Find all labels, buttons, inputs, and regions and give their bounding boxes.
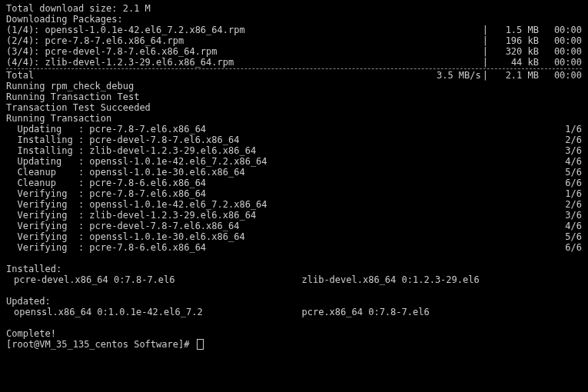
download-size: 44 kB bbox=[490, 57, 539, 68]
total-download-size: Total download size: 2.1 M bbox=[6, 3, 582, 14]
total-rate: 3.5 MB/s bbox=[420, 70, 481, 81]
transaction-row: Verifying : openssl-1.0.1e-30.el6.x86_64… bbox=[6, 231, 582, 242]
download-size: 320 kB bbox=[490, 46, 539, 57]
complete-msg: Complete! bbox=[6, 328, 582, 339]
transaction-index: 3/6 bbox=[556, 145, 582, 156]
transaction-index: 1/6 bbox=[556, 124, 582, 135]
transaction-row: Cleanup : openssl-1.0.1e-30.el6.x86_645/… bbox=[6, 167, 582, 178]
downloading-packages-header: Downloading Packages: bbox=[6, 14, 582, 25]
transaction-index: 2/6 bbox=[556, 135, 582, 145]
separator-line bbox=[6, 68, 582, 69]
installed-item: pcre-devel.x86_64 0:7.8-7.el6 bbox=[6, 274, 294, 285]
shell-prompt: [root@VM_35_135_centos Software]# bbox=[6, 339, 195, 350]
transaction-row: Cleanup : pcre-7.8-6.el6.x86_646/6 bbox=[6, 178, 582, 188]
transaction-action: Verifying : pcre-7.8-6.el6.x86_64 bbox=[6, 242, 206, 253]
total-row: Total 3.5 MB/s | 2.1 MB 00:00 bbox=[6, 70, 582, 81]
download-name: (3/4): pcre-devel-7.8-7.el6.x86_64.rpm bbox=[6, 46, 218, 57]
installed-item: zlib-devel.x86_64 0:1.2.3-29.el6 bbox=[294, 274, 583, 285]
transaction-action: Cleanup : openssl-1.0.1e-30.el6.x86_64 bbox=[6, 167, 245, 178]
download-row: (2/4): pcre-7.8-7.el6.x86_64.rpm|196 kB0… bbox=[6, 35, 582, 46]
total-size: 2.1 MB bbox=[490, 70, 539, 81]
updated-list: openssl.x86_64 0:1.0.1e-42.el6_7.2 pcre.… bbox=[6, 307, 582, 317]
progress-msg: Running rpm_check_debug bbox=[6, 81, 582, 91]
transaction-action: Installing : zlib-devel-1.2.3-29.el6.x86… bbox=[6, 145, 256, 156]
transaction-row: Installing : zlib-devel-1.2.3-29.el6.x86… bbox=[6, 145, 582, 156]
download-time: 00:00 bbox=[539, 25, 582, 35]
transaction-index: 6/6 bbox=[556, 178, 582, 188]
transaction-row: Verifying : pcre-7.8-7.el6.x86_641/6 bbox=[6, 188, 582, 199]
transaction-action: Verifying : openssl-1.0.1e-30.el6.x86_64 bbox=[6, 231, 245, 242]
transaction-row: Updating : pcre-7.8-7.el6.x86_641/6 bbox=[6, 124, 582, 135]
transaction-index: 2/6 bbox=[556, 199, 582, 210]
transaction-index: 1/6 bbox=[556, 188, 582, 199]
transaction-action: Installing : pcre-devel-7.8-7.el6.x86_64 bbox=[6, 135, 239, 145]
transaction-row: Updating : openssl-1.0.1e-42.el6_7.2.x86… bbox=[6, 156, 582, 167]
cursor-icon bbox=[197, 339, 204, 350]
updated-header: Updated: bbox=[6, 296, 582, 307]
installed-header: Installed: bbox=[6, 264, 582, 274]
transaction-action: Updating : openssl-1.0.1e-42.el6_7.2.x86… bbox=[6, 156, 267, 167]
transaction-row: Verifying : zlib-devel-1.2.3-29.el6.x86_… bbox=[6, 210, 582, 221]
transaction-action: Cleanup : pcre-7.8-6.el6.x86_64 bbox=[6, 178, 206, 188]
progress-msg: Running Transaction Test bbox=[6, 91, 582, 102]
transaction-index: 4/6 bbox=[556, 221, 582, 231]
terminal-output: Total download size: 2.1 M Downloading P… bbox=[6, 3, 582, 350]
download-row: (3/4): pcre-devel-7.8-7.el6.x86_64.rpm|3… bbox=[6, 46, 582, 57]
total-time: 00:00 bbox=[539, 70, 582, 81]
transaction-index: 3/6 bbox=[556, 210, 582, 221]
transaction-row: Verifying : openssl-1.0.1e-42.el6_7.2.x8… bbox=[6, 199, 582, 210]
transaction-index: 4/6 bbox=[556, 156, 582, 167]
transaction-row: Verifying : pcre-devel-7.8-7.el6.x86_644… bbox=[6, 221, 582, 231]
download-name: (1/4): openssl-1.0.1e-42.el6_7.2.x86_64.… bbox=[6, 25, 245, 35]
transaction-row: Verifying : pcre-7.8-6.el6.x86_646/6 bbox=[6, 242, 582, 253]
shell-prompt-line[interactable]: [root@VM_35_135_centos Software]# bbox=[6, 339, 582, 350]
transaction-action: Updating : pcre-7.8-7.el6.x86_64 bbox=[6, 124, 206, 135]
download-row: (4/4): zlib-devel-1.2.3-29.el6.x86_64.rp… bbox=[6, 57, 582, 68]
download-time: 00:00 bbox=[539, 46, 582, 57]
transaction-action: Verifying : zlib-devel-1.2.3-29.el6.x86_… bbox=[6, 210, 256, 221]
progress-msg: Running Transaction bbox=[6, 113, 582, 124]
updated-item: pcre.x86_64 0:7.8-7.el6 bbox=[294, 307, 583, 317]
download-time: 00:00 bbox=[539, 35, 582, 46]
installed-list: pcre-devel.x86_64 0:7.8-7.el6 zlib-devel… bbox=[6, 274, 582, 285]
download-size: 196 kB bbox=[490, 35, 539, 46]
transaction-row: Installing : pcre-devel-7.8-7.el6.x86_64… bbox=[6, 135, 582, 145]
download-name: (4/4): zlib-devel-1.2.3-29.el6.x86_64.rp… bbox=[6, 57, 234, 68]
transaction-action: Verifying : pcre-devel-7.8-7.el6.x86_64 bbox=[6, 221, 239, 231]
download-name: (2/4): pcre-7.8-7.el6.x86_64.rpm bbox=[6, 35, 184, 46]
transaction-action: Verifying : openssl-1.0.1e-42.el6_7.2.x8… bbox=[6, 199, 267, 210]
download-row: (1/4): openssl-1.0.1e-42.el6_7.2.x86_64.… bbox=[6, 25, 582, 35]
download-size: 1.5 MB bbox=[490, 25, 539, 35]
transaction-index: 6/6 bbox=[556, 242, 582, 253]
download-time: 00:00 bbox=[539, 57, 582, 68]
updated-item: openssl.x86_64 0:1.0.1e-42.el6_7.2 bbox=[6, 307, 294, 317]
transaction-index: 5/6 bbox=[556, 231, 582, 242]
transaction-index: 5/6 bbox=[556, 167, 582, 178]
progress-msg: Transaction Test Succeeded bbox=[6, 102, 582, 113]
total-label: Total bbox=[6, 70, 34, 81]
transaction-action: Verifying : pcre-7.8-7.el6.x86_64 bbox=[6, 188, 206, 199]
